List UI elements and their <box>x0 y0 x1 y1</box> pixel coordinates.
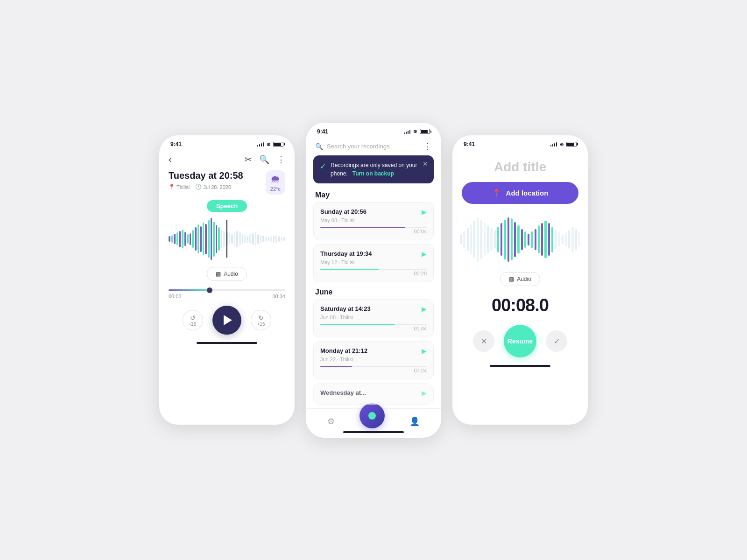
recording-card-saturday[interactable]: Saturday at 14:23 ▶ Jun 08 · Tbilisi 01:… <box>313 299 434 337</box>
battery-icon-3 <box>566 142 577 147</box>
confirm-recording-button[interactable]: ✓ <box>546 330 567 352</box>
cancel-icon: ✕ <box>481 337 487 346</box>
audio-label-3: Audio <box>517 276 531 282</box>
weather-cloud-icon: 🌧 <box>270 173 281 185</box>
card-progress-bar <box>320 269 427 270</box>
play-icon-card[interactable]: ▶ <box>422 389 427 397</box>
play-icon-card[interactable]: ▶ <box>422 347 427 355</box>
progress-times: 00:03 -00:34 <box>169 294 285 299</box>
cancel-recording-button[interactable]: ✕ <box>473 330 494 352</box>
recording-date: Jul 28, 2020 <box>203 184 231 190</box>
card-title: Saturday at 14:23 <box>320 305 371 312</box>
recording-card-thursday[interactable]: Thursday at 19:34 ▶ May 12 · Tbilisi 00:… <box>313 244 434 282</box>
section-june: June <box>306 286 441 299</box>
skip-back-label: -15 <box>190 322 196 327</box>
signal-icon-1 <box>257 142 264 147</box>
status-bar-3: 9:41 ⊛ <box>452 135 588 150</box>
search-placeholder[interactable]: Search your recordings <box>327 143 389 150</box>
location-pin-icon: 📍 <box>169 184 175 190</box>
playback-controls: ↺ -15 ↻ +15 <box>159 301 295 342</box>
play-icon-card[interactable]: ▶ <box>422 305 427 313</box>
audio-label: Audio <box>224 271 238 277</box>
current-time: 00:03 <box>169 294 182 299</box>
play-icon <box>224 315 232 325</box>
player-header: ‹ ✂ 🔍 ⋮ <box>159 150 295 170</box>
home-indicator-3 <box>490 365 550 367</box>
record-controls: ✕ Resume ✓ <box>452 320 588 365</box>
back-button[interactable]: ‹ <box>169 154 172 165</box>
banner-close-button[interactable]: ✕ <box>423 160 428 168</box>
wifi-icon-3: ⊛ <box>560 142 564 147</box>
skip-back-button[interactable]: ↺ -15 <box>183 310 203 330</box>
card-title: Monday at 21:12 <box>320 347 367 354</box>
resume-label: Resume <box>507 337 533 345</box>
shield-icon: ✓ <box>320 162 326 171</box>
record-fab-button[interactable] <box>359 403 385 428</box>
audio-button-wrap: ▩ Audio <box>159 267 295 281</box>
card-duration: 00:20 <box>320 271 427 276</box>
home-indicator-1 <box>197 342 257 344</box>
waveform-1 <box>159 216 295 262</box>
status-time-2: 9:41 <box>317 128 328 135</box>
notification-banner: ✓ Recordings are only saved on your phon… <box>313 155 434 183</box>
recording-title: Tuesday at 20:58 <box>169 170 243 181</box>
more-icon-2[interactable]: ⋮ <box>423 141 432 152</box>
progress-played <box>169 289 210 291</box>
home-indicator-2 <box>343 431 404 433</box>
settings-tab-icon[interactable]: ⚙ <box>327 416 335 427</box>
status-icons-1: ⊛ <box>257 142 284 147</box>
bottom-tabs: ⚙ 👤 <box>306 408 441 431</box>
waveform-icon: ▩ <box>216 271 221 277</box>
status-time-1: 9:41 <box>170 141 182 147</box>
recording-card-wednesday[interactable]: Wednesday at... ▶ <box>313 383 434 405</box>
play-icon-card[interactable]: ▶ <box>422 250 427 258</box>
more-options-icon[interactable]: ⋮ <box>277 154 285 165</box>
skip-forward-button[interactable]: ↻ +15 <box>251 310 271 330</box>
phone-new-recording: 9:41 ⊛ Add title 📍 Add location <box>452 135 588 425</box>
play-pause-button[interactable] <box>212 306 241 335</box>
card-duration: 01:44 <box>320 326 427 331</box>
header-actions: ✂ 🔍 ⋮ <box>245 154 285 165</box>
resume-recording-button[interactable]: Resume <box>504 325 536 357</box>
card-meta: Jun 08 · Tbilisi <box>320 315 427 320</box>
card-meta: May 12 · Tbilisi <box>320 259 427 265</box>
location-pin-icon-3: 📍 <box>492 189 501 197</box>
scissors-icon[interactable]: ✂ <box>245 154 252 165</box>
audio-button-wrap-3: ▩ Audio <box>452 272 588 286</box>
play-icon-card[interactable]: ▶ <box>422 208 427 216</box>
banner-link[interactable]: Turn on backup <box>352 170 394 177</box>
recording-meta: 📍 Tbilisi 🕐 Jul 28, 2020 <box>169 184 243 190</box>
card-title: Thursday at 19:34 <box>320 250 372 257</box>
status-icons-2: ⊛ <box>404 129 430 134</box>
skip-forward-label: +15 <box>257 322 265 327</box>
battery-icon-1 <box>273 142 283 147</box>
temperature: 22°c <box>270 186 281 192</box>
card-duration: 00:04 <box>320 229 427 234</box>
status-time-3: 9:41 <box>464 141 475 147</box>
battery-icon-2 <box>420 129 430 134</box>
search-input-wrap: 🔍 Search your recordings <box>315 143 419 150</box>
progress-track[interactable] <box>169 289 285 291</box>
banner-text: Recordings are only saved on your phone.… <box>331 161 427 178</box>
clock-icon: 🕐 <box>195 184 202 190</box>
wifi-icon-2: ⊛ <box>413 129 417 134</box>
search-bar: 🔍 Search your recordings ⋮ <box>306 138 441 155</box>
audio-mode-button-3[interactable]: ▩ Audio <box>500 272 540 286</box>
confirm-icon: ✓ <box>554 337 560 346</box>
audio-mode-button[interactable]: ▩ Audio <box>207 267 247 281</box>
add-title-placeholder[interactable]: Add title <box>452 150 588 182</box>
recording-card-monday[interactable]: Monday at 21:12 ▶ Jun 22 · Tbilisi 07:24 <box>313 341 434 379</box>
signal-icon-2 <box>404 129 411 134</box>
waveform-icon-3: ▩ <box>509 276 514 282</box>
card-title: Wednesday at... <box>320 389 366 396</box>
remaining-time: -00:34 <box>271 294 285 299</box>
status-bar-1: 9:41 ⊛ <box>159 135 295 150</box>
playhead-line <box>226 220 227 258</box>
add-location-button[interactable]: 📍 Add location <box>462 182 578 204</box>
search-icon[interactable]: 🔍 <box>259 154 269 165</box>
card-title: Sunday at 20:56 <box>320 208 366 215</box>
card-progress-bar <box>320 366 427 367</box>
profile-tab-icon[interactable]: 👤 <box>409 416 420 427</box>
speech-tag: Speech <box>207 200 247 212</box>
recording-card-sunday[interactable]: Sunday at 20:56 ▶ May 08 · Tbilisi 00:04 <box>313 202 434 240</box>
